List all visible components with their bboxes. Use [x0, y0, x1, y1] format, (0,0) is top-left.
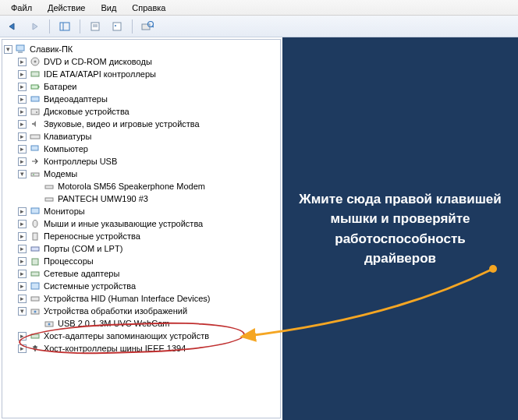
svg-rect-33: [31, 297, 39, 301]
item-label: Мыши и иные указывающие устройства: [44, 219, 203, 228]
tree-item-mouse[interactable]: ▸Мыши и иные указывающие устройства: [16, 217, 280, 230]
modem-icon: [43, 180, 55, 192]
item-label: Видеоадаптеры: [44, 94, 108, 104]
tree-item-sound[interactable]: ▸Звуковые, видео и игровые устройства: [16, 118, 280, 130]
tree-item-cpu[interactable]: ▸Процессоры: [16, 255, 280, 267]
tree-root[interactable]: ▾ Славик-ПК: [2, 43, 280, 55]
expand-icon[interactable]: ▸: [18, 70, 27, 79]
tree-item-battery[interactable]: ▸Батареи: [16, 80, 280, 93]
svg-rect-7: [142, 24, 150, 30]
tree-item-modem-motorola[interactable]: Motorola SM56 Speakerphone Modem: [30, 180, 280, 192]
expand-icon[interactable]: ▸: [18, 132, 27, 141]
expand-icon[interactable]: ▸: [18, 207, 27, 216]
scan-hardware-button[interactable]: [138, 18, 157, 35]
tree-item-hid[interactable]: ▸Устройства HID (Human Interface Devices…: [16, 292, 280, 305]
expand-icon[interactable]: ▸: [18, 83, 27, 91]
svg-point-35: [34, 311, 37, 313]
svg-line-9: [152, 26, 154, 27]
back-button[interactable]: [3, 18, 22, 35]
tree-item-portable[interactable]: ▸Переносные устройства: [16, 230, 280, 242]
item-label: Хост-контроллеры шины IEEE 1394: [44, 344, 186, 353]
svg-rect-0: [60, 23, 69, 30]
item-label: DVD и CD-ROM дисководы: [44, 57, 152, 66]
tree-item-computer[interactable]: ▸Компьютер: [16, 143, 280, 155]
menu-view[interactable]: Вид: [93, 2, 124, 14]
menu-action[interactable]: Действие: [40, 2, 93, 14]
expand-icon[interactable]: ▸: [18, 282, 27, 291]
collapse-icon[interactable]: ▾: [18, 307, 27, 316]
item-label: IDE ATA/ATAPI контроллеры: [44, 69, 156, 79]
svg-rect-25: [45, 198, 53, 201]
tree-item-video[interactable]: ▸Видеоадаптеры: [16, 93, 280, 105]
tree-item-modems[interactable]: ▾Модемы: [16, 168, 280, 180]
imaging-device-icon: [29, 305, 41, 317]
disk-drive-icon: [29, 55, 41, 68]
system-device-icon: [29, 280, 41, 292]
help-button[interactable]: [108, 18, 126, 35]
ieee1394-icon: [29, 342, 41, 355]
item-label: Устройства обработки изображений: [44, 306, 187, 316]
collapse-icon[interactable]: ▾: [18, 170, 27, 178]
expand-icon[interactable]: ▸: [18, 270, 27, 278]
modem-icon: [29, 168, 41, 180]
show-hide-console-button[interactable]: [55, 18, 74, 35]
tree-item-disk[interactable]: ▸Дисковые устройства: [16, 105, 280, 118]
modem-icon: [43, 192, 55, 205]
tree-item-system[interactable]: ▸Системные устройства: [16, 280, 280, 292]
item-label: USB 2.0 1.3M UVC WebCam: [58, 319, 169, 328]
expand-icon[interactable]: ▸: [18, 232, 27, 241]
item-label: PANTECH UMW190 #3: [58, 194, 148, 203]
tree-item-ieee1394[interactable]: ▸Хост-контроллеры шины IEEE 1394: [16, 342, 280, 355]
tree-item-network[interactable]: ▸Сетевые адаптеры: [16, 267, 280, 280]
expand-icon[interactable]: ▸: [18, 157, 27, 166]
svg-rect-30: [32, 259, 38, 265]
expand-icon[interactable]: ▸: [18, 257, 27, 266]
expand-icon[interactable]: ▸: [18, 95, 27, 104]
tree-item-usb[interactable]: ▸Контроллеры USB: [16, 155, 280, 168]
svg-rect-15: [31, 85, 38, 89]
collapse-icon[interactable]: ▾: [4, 45, 12, 54]
item-label: Модемы: [44, 169, 77, 178]
properties-button[interactable]: [86, 18, 105, 35]
expand-icon[interactable]: ▸: [18, 332, 27, 341]
svg-rect-18: [31, 109, 39, 115]
expand-icon[interactable]: ▸: [18, 220, 27, 228]
item-label: Процессоры: [44, 256, 94, 266]
expand-icon[interactable]: ▸: [18, 295, 27, 303]
mouse-icon: [29, 217, 41, 230]
menu-file[interactable]: Файл: [3, 2, 40, 14]
expand-icon[interactable]: ▸: [18, 58, 27, 66]
tree-item-monitors[interactable]: ▸Мониторы: [16, 205, 280, 217]
forward-button[interactable]: [25, 18, 44, 35]
tree-item-dvd[interactable]: ▸DVD и CD-ROM дисководы: [16, 55, 280, 68]
svg-rect-38: [31, 334, 39, 338]
menu-bar: Файл Действие Вид Справка: [0, 0, 518, 16]
sound-icon: [29, 118, 41, 130]
item-label: Хост-адаптеры запоминающих устройств: [44, 331, 209, 341]
keyboard-icon: [29, 130, 41, 143]
expand-icon[interactable]: ▸: [18, 120, 27, 129]
device-tree[interactable]: ▾ Славик-ПК ▸DVD и CD-ROM дисководы ▸IDE…: [2, 39, 281, 418]
monitor-icon: [29, 205, 41, 217]
tree-item-ports[interactable]: ▸Порты (COM и LPT): [16, 242, 280, 255]
expand-icon[interactable]: ▸: [18, 344, 27, 353]
tree-item-webcam[interactable]: USB 2.0 1.3M UVC WebCam: [30, 317, 280, 330]
tree-item-keyboard[interactable]: ▸Клавиатуры: [16, 130, 280, 143]
cpu-icon: [29, 255, 41, 267]
item-label: Системные устройства: [44, 281, 136, 291]
item-label: Дисковые устройства: [44, 107, 130, 116]
svg-rect-10: [16, 45, 24, 51]
svg-rect-17: [31, 97, 39, 101]
menu-help[interactable]: Справка: [124, 2, 173, 14]
network-adapter-icon: [29, 267, 41, 280]
tree-item-imaging[interactable]: ▾Устройства обработки изображений: [16, 305, 280, 317]
tree-item-storage-host[interactable]: ▸Хост-адаптеры запоминающих устройств: [16, 330, 280, 342]
expand-icon[interactable]: ▸: [18, 245, 27, 253]
expand-icon[interactable]: ▸: [18, 145, 27, 154]
svg-point-23: [33, 174, 34, 175]
item-label: Батареи: [44, 82, 77, 91]
tree-item-modem-pantech[interactable]: PANTECH UMW190 #3: [30, 192, 280, 205]
tree-item-ide[interactable]: ▸IDE ATA/ATAPI контроллеры: [16, 68, 280, 80]
expand-icon[interactable]: ▸: [18, 108, 27, 116]
camera-icon: [43, 317, 55, 330]
